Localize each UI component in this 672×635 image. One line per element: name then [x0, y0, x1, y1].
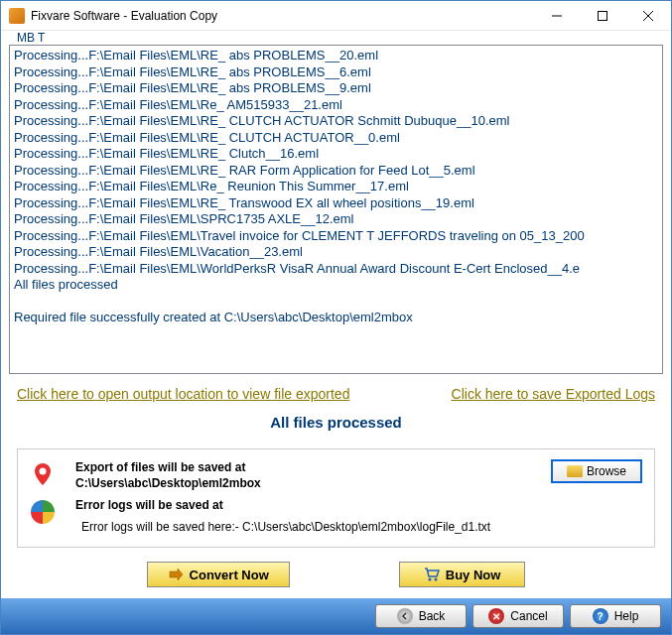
back-label: Back — [419, 609, 446, 623]
cancel-x-icon: ✕ — [488, 608, 504, 624]
minimize-button[interactable] — [534, 1, 580, 30]
errorlog-row: Error logs will be saved at Error logs w… — [30, 497, 642, 537]
convert-label: Convert Now — [190, 568, 269, 582]
cart-icon — [424, 567, 440, 582]
app-window: Fixvare Software - Evaluation Copy MB T … — [0, 0, 672, 635]
links-row: Click here to open output location to vi… — [1, 374, 671, 410]
export-path: C:\Users\abc\Desktop\eml2mbox — [75, 475, 533, 491]
svg-point-6 — [434, 578, 437, 581]
cancel-button[interactable]: ✕ Cancel — [472, 604, 564, 628]
settings-panel: Export of files will be saved at C:\User… — [17, 448, 655, 548]
window-controls — [534, 1, 671, 30]
footer-bar: Back ✕ Cancel ? Help — [1, 598, 671, 634]
help-question-icon: ? — [593, 608, 608, 624]
cancel-label: Cancel — [510, 609, 547, 623]
maximize-button[interactable] — [580, 1, 625, 30]
back-button[interactable]: Back — [375, 604, 467, 628]
buy-now-button[interactable]: Buy Now — [399, 562, 526, 587]
browse-label: Browse — [587, 464, 626, 478]
errorlog-path: Error logs will be saved here:- C:\Users… — [75, 513, 642, 537]
status-text: All files processed — [1, 410, 671, 448]
back-arrow-icon — [397, 608, 413, 624]
help-label: Help — [614, 609, 639, 623]
location-pin-icon — [30, 461, 56, 487]
help-button[interactable]: ? Help — [570, 604, 661, 628]
errorlog-label: Error logs will be saved at — [75, 497, 642, 513]
browse-button[interactable]: Browse — [551, 459, 642, 483]
top-cutoff-text: MB T — [1, 31, 671, 45]
titlebar: Fixvare Software - Evaluation Copy — [1, 1, 671, 31]
window-title: Fixvare Software - Evaluation Copy — [31, 9, 534, 23]
convert-now-button[interactable]: Convert Now — [147, 562, 290, 587]
buy-label: Buy Now — [446, 568, 501, 582]
pie-chart-icon — [30, 499, 56, 525]
log-content: Processing...F:\Email Files\EML\RE_ abs … — [10, 46, 662, 328]
errorlog-text: Error logs will be saved at Error logs w… — [75, 497, 642, 537]
svg-point-4 — [40, 468, 47, 475]
svg-point-5 — [428, 578, 431, 581]
log-textarea[interactable]: Processing...F:\Email Files\EML\RE_ abs … — [9, 45, 663, 374]
folder-icon — [567, 465, 583, 477]
content-area: MB T Processing...F:\Email Files\EML\RE_… — [1, 31, 671, 598]
export-text: Export of files will be saved at C:\User… — [75, 459, 533, 491]
close-button[interactable] — [625, 1, 671, 30]
export-label: Export of files will be saved at — [75, 459, 533, 475]
open-output-link[interactable]: Click here to open output location to vi… — [17, 386, 349, 402]
svg-rect-1 — [599, 11, 607, 20]
export-row: Export of files will be saved at C:\User… — [30, 459, 642, 491]
action-row: Convert Now Buy Now — [17, 556, 655, 597]
convert-icon — [168, 567, 184, 582]
save-logs-link[interactable]: Click here to save Exported Logs — [452, 386, 655, 402]
app-icon — [9, 8, 25, 24]
